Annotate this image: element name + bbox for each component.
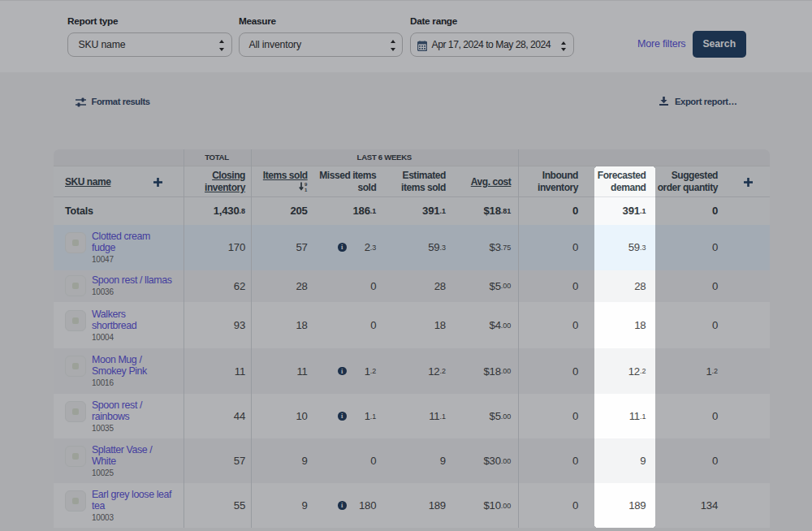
- svg-text:9: 9: [304, 182, 308, 187]
- svg-text:1: 1: [304, 187, 308, 192]
